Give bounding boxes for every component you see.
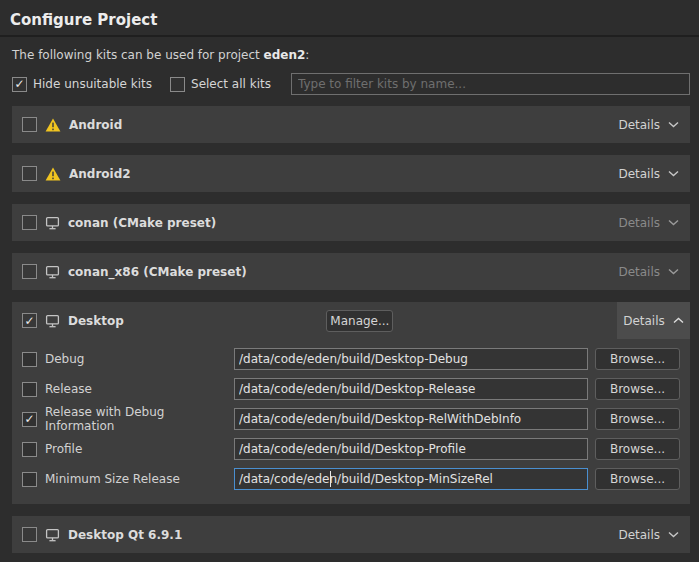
kit-name: conan (CMake preset) [68,216,216,230]
select-all-kits-checkbox[interactable]: Select all kits [170,77,271,92]
kit-name: Android2 [69,167,131,181]
kit-details-toggle[interactable]: Details [607,204,690,241]
project-name: eden2 [264,48,306,62]
build-dir-input-debug[interactable] [234,348,588,370]
browse-button[interactable]: Browse... [595,468,680,490]
kit-checkbox[interactable] [22,117,37,132]
browse-button[interactable]: Browse... [595,378,680,400]
checkbox-unchecked-icon[interactable] [170,77,185,92]
config-row-debug: Debug Browse... [22,344,680,374]
intro-suffix: : [305,48,309,62]
warning-icon [45,118,61,132]
filter-bar: ✓ Hide unsuitable kits Select all kits [12,73,690,95]
warning-icon [45,167,61,181]
kit-checkbox[interactable] [22,166,37,181]
intro-prefix: The following kits can be used for proje… [12,48,264,62]
config-label: Release with Debug Information [45,405,234,433]
kit-checkbox[interactable]: ✓ [22,313,37,328]
config-row-profile: Profile Browse... [22,434,680,464]
config-row-minsizerel: Minimum Size Release Browse... [22,464,680,494]
config-label: Release [45,382,234,396]
kit-name: conan_x86 (CMake preset) [68,265,247,279]
desktop-icon [45,528,60,542]
desktop-icon [45,216,60,230]
kit-details-toggle[interactable]: Details [607,106,690,143]
chevron-down-icon [668,219,679,226]
chevron-down-icon [668,170,679,177]
config-checkbox[interactable] [22,382,37,397]
chevron-down-icon [668,121,679,128]
browse-button[interactable]: Browse... [595,408,680,430]
browse-button[interactable]: Browse... [595,438,680,460]
kit-details-toggle[interactable]: Details [617,302,690,339]
kit-name: Desktop [68,314,124,328]
desktop-icon [45,265,60,279]
config-label: Minimum Size Release [45,472,234,486]
browse-button[interactable]: Browse... [595,348,680,370]
chevron-up-icon [673,317,684,324]
kit-header[interactable]: conan (CMake preset) Details [12,204,690,241]
kit-checkbox[interactable] [22,215,37,230]
config-checkbox[interactable]: ✓ [22,412,37,427]
select-all-kits-label: Select all kits [191,77,271,91]
manage-kits-button[interactable]: Manage... [326,310,393,332]
page-title: Configure Project [0,0,699,37]
kit-row-conan-x86: conan_x86 (CMake preset) Details [12,253,690,290]
kit-details-toggle[interactable]: Details [607,516,690,553]
kit-list: Android Details Android2 Details [0,106,699,553]
config-checkbox[interactable] [22,442,37,457]
kit-row-conan: conan (CMake preset) Details [12,204,690,241]
build-dir-input-profile[interactable] [234,438,588,460]
hide-unsuitable-kits-label: Hide unsuitable kits [33,77,152,91]
config-row-release: Release Browse... [22,374,680,404]
text-cursor [330,471,331,487]
kit-header[interactable]: Desktop Qt 6.9.1 Details [12,516,690,553]
kit-details-toggle[interactable]: Details [607,155,690,192]
build-dir-input-release[interactable] [234,378,588,400]
hide-unsuitable-kits-checkbox[interactable]: ✓ Hide unsuitable kits [12,77,152,92]
kit-filter-input[interactable] [291,73,690,95]
kit-header[interactable]: ✓ Desktop Manage... Details [12,302,690,339]
kit-header[interactable]: Android2 Details [12,155,690,192]
kit-checkbox[interactable] [22,264,37,279]
config-label: Debug [45,352,234,366]
config-checkbox[interactable] [22,472,37,487]
checkbox-checked-icon[interactable]: ✓ [12,77,27,92]
config-label: Profile [45,442,234,456]
kit-checkbox[interactable] [22,527,37,542]
chevron-down-icon [668,268,679,275]
kit-header[interactable]: conan_x86 (CMake preset) Details [12,253,690,290]
kit-name: Android [69,118,122,132]
config-row-relwithdebinfo: ✓ Release with Debug Information Browse.… [22,404,680,434]
kit-name: Desktop Qt 6.9.1 [68,528,182,542]
build-dir-input-relwithdebinfo[interactable] [234,408,588,430]
desktop-icon [45,314,60,328]
kit-header[interactable]: Android Details [12,106,690,143]
config-checkbox[interactable] [22,352,37,367]
kit-details-toggle[interactable]: Details [607,253,690,290]
kit-row-android: Android Details [12,106,690,143]
chevron-down-icon [668,531,679,538]
build-dir-input-minsizerel[interactable] [234,468,588,490]
kit-row-android2: Android2 Details [12,155,690,192]
kit-row-desktop: ✓ Desktop Manage... Details Debug Browse… [12,302,690,504]
kit-row-desktop-qt: Desktop Qt 6.9.1 Details [12,516,690,553]
intro-text: The following kits can be used for proje… [12,48,687,62]
build-config-list: Debug Browse... Release Browse... ✓ Rele… [12,339,690,504]
